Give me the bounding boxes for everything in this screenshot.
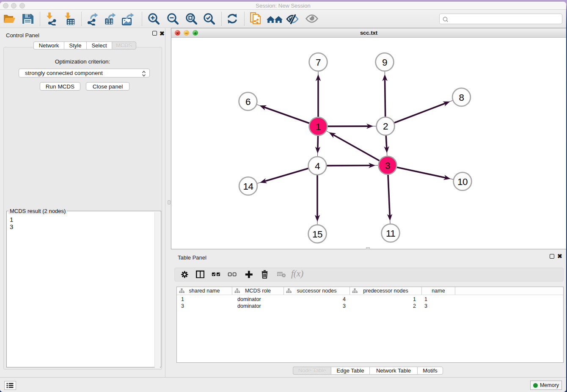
svg-text:1: 1 (316, 121, 321, 132)
svg-text:2: 2 (383, 121, 388, 132)
svg-text:11: 11 (386, 228, 395, 239)
svg-text:8: 8 (459, 92, 464, 103)
svg-text:10: 10 (457, 177, 468, 187)
svg-text:4: 4 (315, 161, 320, 171)
svg-text:7: 7 (316, 57, 321, 68)
svg-text:9: 9 (382, 57, 387, 68)
svg-text:14: 14 (243, 181, 253, 192)
svg-text:3: 3 (385, 160, 390, 171)
svg-text:15: 15 (312, 229, 322, 240)
svg-text:6: 6 (245, 97, 250, 107)
